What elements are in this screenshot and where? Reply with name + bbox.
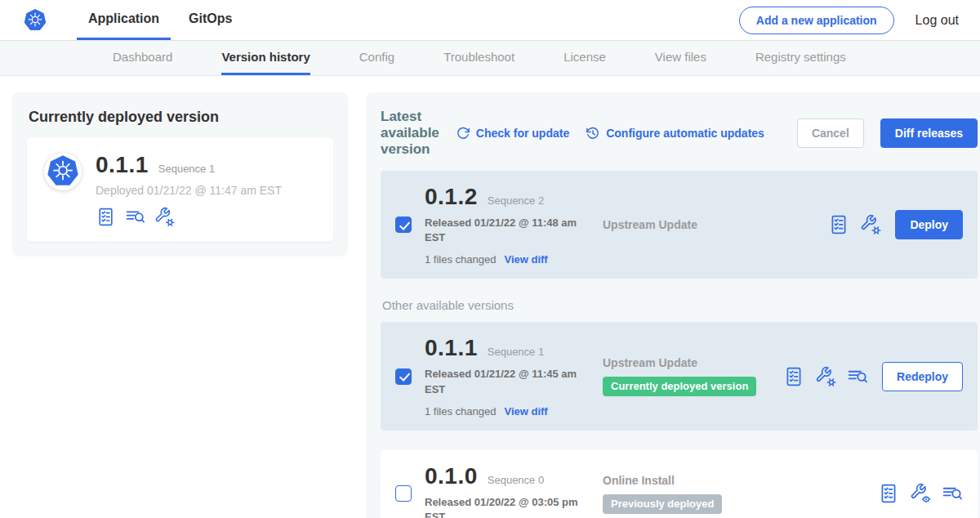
sequence-label: Sequence 2 bbox=[488, 194, 544, 207]
view-diff-icon[interactable] bbox=[125, 207, 145, 227]
redeploy-button[interactable]: Redeploy bbox=[882, 362, 963, 391]
edit-config-wrench-gear-icon[interactable] bbox=[154, 207, 175, 227]
top-nav-tabs: Application GitOps bbox=[77, 0, 243, 40]
files-changed-label: 1 files changed bbox=[425, 405, 496, 418]
diff-releases-button[interactable]: Diff releases bbox=[880, 118, 978, 148]
view-diff-link[interactable]: View diff bbox=[504, 253, 547, 266]
preflight-checklist-icon[interactable] bbox=[783, 366, 804, 387]
subnav-tab-registry-settings[interactable]: Registry settings bbox=[755, 41, 846, 75]
other-available-versions-label: Other available versions bbox=[382, 298, 976, 312]
version-select-checkbox[interactable] bbox=[395, 217, 412, 233]
subnav-tab-config[interactable]: Config bbox=[359, 41, 394, 75]
currently-deployed-badge: Currently deployed version bbox=[603, 377, 756, 396]
view-diff-icon[interactable] bbox=[942, 483, 963, 504]
preflight-checklist-icon[interactable] bbox=[878, 483, 899, 504]
files-changed-label: 1 files changed bbox=[425, 253, 496, 266]
currently-deployed-panel: Currently deployed version 0.1.1 Sequenc… bbox=[12, 92, 348, 257]
sequence-label: Sequence 1 bbox=[488, 346, 544, 358]
deploy-button[interactable]: Deploy bbox=[895, 210, 963, 239]
version-source-label: Online Install bbox=[603, 474, 878, 487]
version-select-checkbox[interactable] bbox=[395, 485, 412, 502]
version-number: 0.1.2 bbox=[425, 184, 478, 210]
released-timestamp: Released 01/20/22 @ 03:05 pm EST bbox=[425, 495, 588, 518]
latest-available-title: Latest available version bbox=[381, 109, 439, 158]
top-nav: Application GitOps Add a new application… bbox=[0, 0, 980, 41]
logout-link[interactable]: Log out bbox=[915, 13, 959, 28]
subnav-tab-dashboard[interactable]: Dashboard bbox=[113, 41, 172, 75]
released-timestamp: Released 01/21/22 @ 11:48 am EST bbox=[425, 216, 588, 245]
updates-header: Latest available version Check for updat… bbox=[381, 109, 978, 158]
tab-application[interactable]: Application bbox=[77, 0, 171, 40]
deployed-panel-title: Currently deployed version bbox=[29, 109, 333, 126]
refresh-icon bbox=[456, 126, 470, 141]
version-number: 0.1.1 bbox=[425, 335, 478, 361]
app-logo bbox=[21, 0, 49, 40]
deployed-version-card: 0.1.1 Sequence 1 Deployed 01/21/22 @ 11:… bbox=[27, 137, 333, 242]
deployed-timestamp: Deployed 01/21/22 @ 11:47 am EST bbox=[96, 184, 282, 197]
subnav-tab-license[interactable]: License bbox=[564, 41, 606, 75]
configure-automatic-updates-link[interactable]: Configure automatic updates bbox=[586, 126, 764, 141]
view-diff-icon[interactable] bbox=[847, 366, 868, 387]
check-for-update-link[interactable]: Check for update bbox=[456, 126, 569, 141]
cancel-button[interactable]: Cancel bbox=[797, 118, 864, 148]
subnav-tab-view-files[interactable]: View files bbox=[655, 41, 706, 75]
version-source-label: Upstream Update bbox=[603, 218, 828, 231]
version-source-label: Upstream Update bbox=[603, 356, 783, 369]
sequence-label: Sequence 0 bbox=[488, 474, 544, 486]
version-row-0-1-0: 0.1.0 Sequence 0 Released 01/20/22 @ 03:… bbox=[381, 450, 978, 518]
version-row-0-1-1: 0.1.1 Sequence 1 Released 01/21/22 @ 11:… bbox=[381, 322, 978, 430]
previously-deployed-badge: Previously deployed bbox=[603, 494, 722, 514]
preflight-checklist-icon[interactable] bbox=[96, 207, 116, 227]
view-config-wrench-eye-icon[interactable] bbox=[910, 483, 931, 504]
kubernetes-app-icon bbox=[43, 152, 82, 191]
subnav-tab-version-history[interactable]: Version history bbox=[221, 41, 310, 75]
version-history-panel: Latest available version Check for updat… bbox=[366, 92, 980, 518]
version-select-checkbox[interactable] bbox=[395, 368, 412, 385]
deployed-sequence-label: Sequence 1 bbox=[158, 163, 215, 175]
app-sub-nav: Dashboard Version history Config Trouble… bbox=[0, 41, 980, 76]
subnav-tab-troubleshoot[interactable]: Troubleshoot bbox=[443, 41, 514, 75]
preflight-checklist-icon[interactable] bbox=[828, 214, 849, 235]
released-timestamp: Released 01/21/22 @ 11:45 am EST bbox=[425, 367, 588, 396]
check-for-update-label: Check for update bbox=[476, 127, 569, 140]
configure-automatic-updates-label: Configure automatic updates bbox=[606, 127, 764, 140]
tab-gitops-label: GitOps bbox=[189, 11, 232, 26]
version-row-0-1-2: 0.1.2 Sequence 2 Released 01/21/22 @ 11:… bbox=[381, 171, 978, 279]
add-new-application-button[interactable]: Add a new application bbox=[739, 7, 894, 34]
kubernetes-logo-icon bbox=[21, 7, 49, 34]
auto-update-clock-icon bbox=[586, 126, 600, 141]
edit-config-wrench-gear-icon[interactable] bbox=[860, 214, 881, 235]
tab-gitops[interactable]: GitOps bbox=[177, 0, 243, 40]
tab-application-label: Application bbox=[88, 11, 159, 26]
deployed-version-number: 0.1.1 bbox=[96, 152, 149, 178]
view-diff-link[interactable]: View diff bbox=[504, 405, 547, 418]
version-number: 0.1.0 bbox=[425, 463, 478, 489]
edit-config-wrench-gear-icon[interactable] bbox=[815, 366, 836, 387]
main-content: Currently deployed version 0.1.1 Sequenc… bbox=[0, 76, 980, 518]
